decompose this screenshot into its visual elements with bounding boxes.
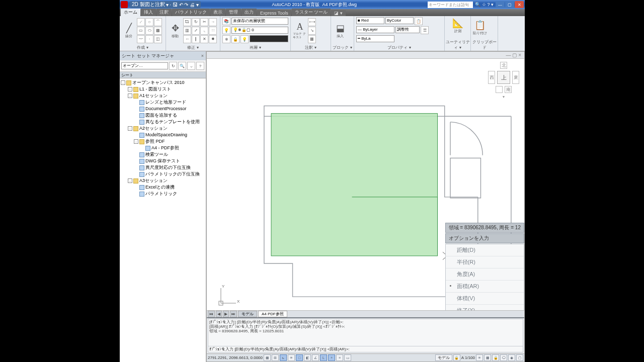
insert-button[interactable]: ⬓挿入 xyxy=(333,22,347,39)
ribbon-tab-7[interactable]: Express Tools xyxy=(257,10,291,16)
tree-sheet[interactable]: ModelSpaceDrawing xyxy=(120,132,206,138)
ribbon-tab-2[interactable]: 注釈 xyxy=(156,9,172,16)
qp-toggle[interactable]: ▭ xyxy=(344,354,351,361)
command-window[interactable]: [ｵﾌﾟｼｮﾝを入力] [距離(D)/半径(R)/角度(A)/面積(AR)/体積… xyxy=(207,317,524,353)
cleanscreen-icon[interactable]: ▢ xyxy=(516,354,523,361)
layout-tab-1[interactable]: A4 PDF参照 xyxy=(258,311,287,317)
fillet-icon[interactable]: ◟ xyxy=(200,27,208,35)
viewcube-west[interactable]: 西 xyxy=(488,71,495,84)
option-item[interactable]: 角度(A) xyxy=(446,268,524,281)
ribbon-tab-3[interactable]: パラメトリック xyxy=(172,9,210,16)
layout-last-icon[interactable]: ⏭ xyxy=(230,311,237,317)
tree-folder[interactable]: -参照 PDF xyxy=(120,138,206,145)
toolbar-lock-icon[interactable]: 🔒 xyxy=(492,354,499,361)
spline-icon[interactable]: 〰 xyxy=(137,35,145,43)
sheetset-open-combo[interactable]: オープン… xyxy=(121,62,168,69)
tree-sheet[interactable]: A4 - PDF参照 xyxy=(120,145,206,151)
ribbon-tab-1[interactable]: 挿入 xyxy=(141,9,156,16)
paper-model-toggle[interactable]: モデル xyxy=(435,354,452,361)
laymatch-icon[interactable]: 💡 xyxy=(222,26,230,34)
viewcube-menu-icon[interactable]: ▼ xyxy=(502,95,506,99)
option-item[interactable]: 半径(R) xyxy=(446,256,524,268)
annovis-icon[interactable]: ✳ xyxy=(476,354,483,361)
tree-sheet[interactable]: 異なるテンプレートを使用 xyxy=(120,119,206,125)
layerprops-icon[interactable]: 📚 xyxy=(222,17,230,25)
hatch-icon[interactable]: ▩ xyxy=(154,27,162,35)
viewcube-east[interactable]: 東 xyxy=(512,71,519,84)
tree-sheet[interactable]: 検索ツール xyxy=(120,151,206,158)
ribbon-tab-6[interactable]: 出力 xyxy=(242,9,257,16)
close-button[interactable]: ✕ xyxy=(515,1,524,8)
erase-icon[interactable]: ✕ xyxy=(200,35,208,43)
extend-icon[interactable]: → xyxy=(209,18,217,26)
viewcube-top[interactable]: 上 xyxy=(497,71,510,84)
polar-toggle[interactable]: ✳ xyxy=(288,354,295,361)
annoscale-icon[interactable]: 🔒 xyxy=(453,354,460,361)
bycolor-combo[interactable]: ByColor xyxy=(385,17,414,24)
snap-toggle[interactable]: ▦ xyxy=(264,354,271,361)
command-prompt[interactable]: ｵﾌﾟｼｮﾝを入力 [距離(D)/半径(R)/角度(A)/面積(AR)/体積(V… xyxy=(208,346,523,352)
option-item[interactable]: 体積(V) xyxy=(446,293,524,305)
mirror-icon[interactable]: ▥ xyxy=(183,27,191,35)
color-combo[interactable]: ■ Red xyxy=(356,17,384,24)
coords-readout[interactable]: 2791.2291, 2096.6613, 0.0000 xyxy=(208,355,263,360)
sheetset-tab-sheets[interactable]: シート xyxy=(120,72,206,78)
viewcube-home-icon[interactable] xyxy=(496,86,503,93)
ribbon-tab-4[interactable]: 表示 xyxy=(210,9,225,16)
ws-switch-icon[interactable]: ▦ xyxy=(484,354,491,361)
tree-sheet[interactable]: パラメトリックの下位互換 xyxy=(120,171,206,177)
app-icon[interactable] xyxy=(121,1,128,8)
region-icon[interactable]: ◫ xyxy=(154,35,162,43)
ribbon-tab-extra-icon[interactable]: ◪ ▾ xyxy=(331,10,346,16)
scale-icon[interactable]: ⤢ xyxy=(192,27,200,35)
isolate-icon[interactable]: ◉ xyxy=(508,354,515,361)
rotate-icon[interactable]: ↻ xyxy=(192,18,200,26)
tree-folder[interactable]: -A1セッション xyxy=(120,93,206,99)
trim-icon[interactable]: ✂ xyxy=(200,18,208,26)
quick-access-toolbar[interactable]: 2D 製図と注釈 ▾ · 🖫 ↶ ↷ 🖨 ▾ xyxy=(130,1,201,8)
props-icon[interactable]: ☰ xyxy=(421,26,429,34)
tree-folder[interactable]: -L1 - 図面リスト xyxy=(120,86,206,93)
viewcube-south[interactable]: 南 xyxy=(505,86,512,93)
stretch-icon[interactable]: ↔ xyxy=(183,35,191,43)
drawing-area[interactable]: — ▢ × 北 西 上 東 南 ▼ xyxy=(206,51,525,362)
tree-folder[interactable]: -A3セッション xyxy=(120,177,206,184)
table-icon[interactable]: ▦ xyxy=(308,35,316,43)
dim-icon[interactable]: ⟼ xyxy=(308,18,316,26)
otrack-toggle[interactable]: ∠ xyxy=(312,354,319,361)
mtext-button[interactable]: Aマルチ テキスト xyxy=(293,22,307,39)
osnap-toggle[interactable]: □ xyxy=(296,354,303,361)
hardware-accel-icon[interactable]: 🖵 xyxy=(500,354,507,361)
layiso-icon[interactable]: 🔒 xyxy=(231,35,239,43)
tree-folder[interactable]: -A2セッション xyxy=(120,125,206,132)
tree-sheet[interactable]: パラメトリック xyxy=(120,191,206,197)
ducs-toggle[interactable]: L xyxy=(320,354,327,361)
paste-button[interactable]: 📋貼り付け xyxy=(473,19,487,36)
polyline-icon[interactable]: ⟋ xyxy=(137,18,145,26)
layout-first-icon[interactable]: ⏮ xyxy=(208,311,215,317)
tree-sheet[interactable]: 異尺度対応の下位互換 xyxy=(120,164,206,171)
leader-icon[interactable]: ↘ xyxy=(308,27,316,35)
layer-combo[interactable]: 💡❄🔒▢ 0 xyxy=(231,27,288,34)
linetype-combo[interactable]: — ByLayer xyxy=(356,26,394,33)
tree-sheet[interactable]: レンズと地形フード xyxy=(120,99,206,106)
zoom-icon[interactable]: 🔍 xyxy=(178,62,186,70)
infocenter-icons[interactable]: 🔍 ☆ ? ▾ xyxy=(475,2,494,7)
sheet-tree[interactable]: -オープンキャンパス 2010 -L1 - 図面リスト-A1セッションレンズと地… xyxy=(120,78,206,362)
3dosnap-toggle[interactable]: ◧ xyxy=(304,354,311,361)
layfrz-icon[interactable]: ❄ xyxy=(222,35,230,43)
list-combo[interactable]: 調整性 xyxy=(395,26,420,33)
tree-sheet[interactable]: 図面を追加する xyxy=(120,112,206,119)
matchprop-icon[interactable]: 📋 xyxy=(415,17,423,25)
infocenter-search[interactable]: キーワードまたは語句を入力 xyxy=(428,2,473,8)
ellipse-icon[interactable]: ⬭ xyxy=(145,27,153,35)
measure-button[interactable]: 📐計測 xyxy=(451,17,465,34)
lineweight-combo[interactable]: ━ ByLa xyxy=(356,35,394,42)
ribbon-tab-5[interactable]: 管理 xyxy=(226,9,241,16)
viewcube-north[interactable]: 北 xyxy=(500,62,507,69)
layout-prev-icon[interactable]: ◀ xyxy=(216,311,222,317)
circle-icon[interactable]: ○ xyxy=(145,18,153,26)
layout-next-icon[interactable]: ▶ xyxy=(223,311,229,317)
ribbon-tab-8[interactable]: ラスター ツール xyxy=(292,9,331,16)
rect-icon[interactable]: ▭ xyxy=(137,27,145,35)
